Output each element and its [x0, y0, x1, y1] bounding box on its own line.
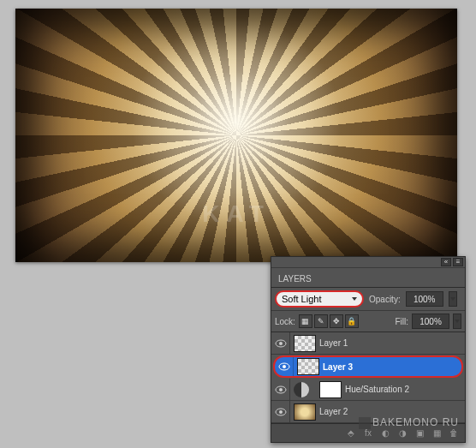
svg-point-1 — [279, 342, 283, 345]
opacity-label: Opacity: — [369, 295, 401, 304]
layer-row[interactable]: Layer 2 — [271, 401, 465, 423]
lock-icons: ▦ ✎ ✥ 🔒 — [299, 314, 359, 328]
svg-point-3 — [283, 365, 286, 368]
watermark-text: KAT — [202, 200, 270, 228]
group-icon[interactable]: ▣ — [414, 427, 425, 439]
blend-opacity-row: Soft Light Opacity: 100% — [271, 288, 465, 311]
canvas-area: KAT — [15, 9, 457, 262]
panel-controls: « ≡ — [271, 257, 465, 268]
eye-icon — [275, 408, 287, 416]
layer-row-selected[interactable]: Layer 3 — [273, 355, 463, 378]
layer-name[interactable]: Layer 2 — [319, 407, 348, 416]
blend-mode-value: Soft Light — [282, 294, 321, 304]
visibility-toggle[interactable] — [271, 379, 290, 400]
fill-stepper[interactable] — [453, 314, 461, 329]
lock-label: Lock: — [275, 317, 295, 326]
fill-input[interactable]: 100% — [412, 314, 449, 329]
lock-paint-icon[interactable]: ✎ — [314, 314, 328, 328]
layer-row[interactable]: Layer 1 — [271, 332, 465, 355]
eye-icon — [278, 362, 290, 371]
lock-position-icon[interactable]: ✥ — [330, 314, 343, 328]
chevron-down-icon — [450, 297, 455, 301]
eye-icon — [275, 385, 287, 394]
layer-name[interactable]: Hue/Saturation 2 — [345, 385, 409, 394]
layer-thumbnail[interactable] — [297, 358, 319, 375]
svg-point-5 — [279, 388, 283, 391]
chevron-down-icon — [352, 297, 357, 301]
layer-row[interactable]: Hue/Saturation 2 — [271, 379, 465, 401]
fx-icon[interactable]: fx — [362, 427, 374, 439]
adjustment-icon[interactable]: ◑ — [396, 427, 408, 439]
blend-mode-select[interactable]: Soft Light — [275, 290, 364, 308]
visibility-toggle[interactable] — [275, 357, 294, 376]
panel-tabs: LAYERS — [271, 268, 465, 288]
layer-thumbnail[interactable] — [294, 403, 316, 421]
opacity-input[interactable]: 100% — [406, 291, 443, 307]
layer-name[interactable]: Layer 1 — [319, 338, 348, 348]
lock-fill-row: Lock: ▦ ✎ ✥ 🔒 Fill: 100% — [271, 311, 465, 332]
collapse-icon[interactable]: « — [441, 258, 451, 266]
opacity-stepper[interactable] — [449, 291, 457, 307]
trash-icon[interactable]: 🗑 — [448, 427, 460, 439]
panel-menu-icon[interactable]: ≡ — [453, 258, 463, 266]
eye-icon — [275, 339, 287, 348]
new-layer-icon[interactable]: ▦ — [431, 427, 443, 439]
layers-panel: « ≡ LAYERS Soft Light Opacity: 100% Lock… — [271, 256, 466, 443]
mask-icon[interactable]: ◐ — [379, 427, 391, 439]
svg-point-7 — [279, 410, 283, 414]
layers-list: Layer 1 Layer 3 Hue/Saturation 2 Layer 2 — [271, 332, 465, 423]
link-icon[interactable]: ⬘ — [345, 427, 357, 439]
panel-footer: ⬘ fx ◐ ◑ ▣ ▦ 🗑 — [271, 423, 465, 442]
mask-thumbnail[interactable] — [319, 381, 342, 398]
tab-layers[interactable]: LAYERS — [271, 271, 318, 287]
layer-thumbnail[interactable] — [294, 335, 316, 352]
chevron-down-icon — [455, 320, 460, 323]
adjustment-icon[interactable] — [294, 382, 309, 397]
lock-all-icon[interactable]: 🔒 — [345, 314, 359, 328]
lock-transparency-icon[interactable]: ▦ — [299, 314, 312, 328]
visibility-toggle[interactable] — [271, 401, 290, 422]
canvas[interactable]: KAT — [15, 9, 457, 262]
visibility-toggle[interactable] — [271, 332, 290, 354]
layer-name[interactable]: Layer 3 — [323, 362, 353, 372]
fill-label: Fill: — [395, 317, 408, 326]
